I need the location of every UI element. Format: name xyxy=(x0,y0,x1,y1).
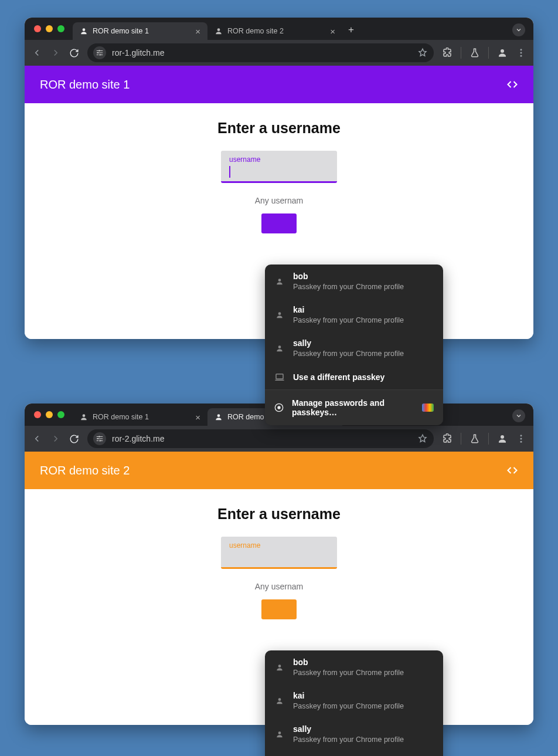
view-source-icon[interactable] xyxy=(506,465,518,476)
passkey-dropdown: bob Passkey from your Chrome profile kai… xyxy=(265,650,443,756)
nav-forward-icon[interactable] xyxy=(50,433,61,444)
tab-title: ROR demo site 1 xyxy=(93,27,189,35)
browser-tab[interactable]: ROR demo site 1 × xyxy=(73,22,207,40)
nav-back-icon[interactable] xyxy=(32,433,42,444)
svg-point-21 xyxy=(520,435,522,436)
bookmark-icon[interactable] xyxy=(417,433,428,444)
use-different-passkey[interactable]: Use a different passkey xyxy=(265,365,443,389)
svg-point-20 xyxy=(501,435,504,439)
nav-refresh-icon[interactable] xyxy=(69,48,79,58)
window-maximize-icon[interactable] xyxy=(57,25,64,32)
window-close-icon[interactable] xyxy=(34,25,41,32)
passkey-subtitle: Passkey from your Chrome profile xyxy=(293,350,404,358)
passkey-username: kai xyxy=(293,691,404,700)
svg-point-25 xyxy=(278,698,281,701)
passkey-item[interactable]: bob Passkey from your Chrome profile xyxy=(265,265,443,298)
next-button[interactable] xyxy=(261,213,297,233)
profile-icon[interactable] xyxy=(497,433,508,444)
app-header: ROR demo site 1 xyxy=(25,66,533,103)
input-label: username xyxy=(229,541,329,550)
svg-point-6 xyxy=(520,49,522,50)
passkey-user-icon xyxy=(274,311,285,319)
passkey-user-icon xyxy=(274,697,285,705)
svg-point-15 xyxy=(83,414,86,417)
toolbar-actions xyxy=(442,47,526,59)
tab-close-icon[interactable]: × xyxy=(329,26,336,36)
nav-forward-icon[interactable] xyxy=(50,48,61,58)
svg-point-26 xyxy=(278,731,281,734)
svg-point-1 xyxy=(217,28,220,31)
browser-window: ROR demo site 1 × ROR demo site 2 × + ro… xyxy=(25,404,533,725)
tab-close-icon[interactable]: × xyxy=(194,412,202,422)
window-minimize-icon[interactable] xyxy=(46,25,53,32)
extensions-icon[interactable] xyxy=(442,48,452,58)
address-bar[interactable]: ror-1.glitch.me xyxy=(87,43,434,62)
username-input[interactable]: username xyxy=(221,151,337,183)
nav-refresh-icon[interactable] xyxy=(69,434,79,444)
bookmark-icon[interactable] xyxy=(417,48,428,58)
svg-point-4 xyxy=(99,54,100,55)
menu-icon[interactable] xyxy=(516,433,526,444)
passkey-username: sally xyxy=(293,724,404,734)
passkey-subtitle: Passkey from your Chrome profile xyxy=(293,702,404,710)
svg-point-16 xyxy=(217,414,220,417)
next-button[interactable] xyxy=(261,599,297,619)
username-input[interactable]: username xyxy=(221,537,337,569)
profile-icon[interactable] xyxy=(497,48,508,58)
view-source-icon[interactable] xyxy=(506,79,518,90)
app-title: ROR demo site 2 xyxy=(40,464,130,477)
helper-text: Any usernam xyxy=(255,582,303,591)
labs-icon[interactable] xyxy=(469,48,480,58)
svg-rect-12 xyxy=(276,374,283,379)
toolbar: ror-1.glitch.me xyxy=(25,40,533,66)
browser-tab[interactable]: ROR demo site 1 × xyxy=(73,408,207,426)
address-bar[interactable]: ror-2.glitch.me xyxy=(87,429,434,448)
new-tab-icon[interactable]: + xyxy=(342,24,360,36)
page-content: Enter a username username Any usernam bo… xyxy=(25,103,533,339)
titlebar: ROR demo site 1 × ROR demo site 2 × + xyxy=(25,18,533,40)
tab-favicon-icon xyxy=(215,413,223,421)
svg-point-11 xyxy=(278,345,281,348)
window-close-icon[interactable] xyxy=(34,411,41,418)
nav-back-icon[interactable] xyxy=(32,48,42,58)
passkey-item[interactable]: kai Passkey from your Chrome profile xyxy=(265,684,443,717)
labs-icon[interactable] xyxy=(469,433,480,444)
window-maximize-icon[interactable] xyxy=(57,411,64,418)
tab-search-icon[interactable] xyxy=(512,23,525,36)
svg-point-8 xyxy=(520,55,522,57)
svg-point-18 xyxy=(97,438,98,439)
use-different-passkey[interactable]: Use a different passkey xyxy=(265,751,443,756)
passkey-username: bob xyxy=(293,657,404,667)
site-settings-icon[interactable] xyxy=(93,46,106,59)
tab-close-icon[interactable]: × xyxy=(194,26,202,36)
svg-point-0 xyxy=(83,28,86,31)
tab-title: ROR demo site 1 xyxy=(93,413,189,421)
window-minimize-icon[interactable] xyxy=(46,411,53,418)
passkey-subtitle: Passkey from your Chrome profile xyxy=(293,669,404,677)
passkey-item[interactable]: kai Passkey from your Chrome profile xyxy=(265,298,443,331)
manage-passwords[interactable]: Manage passwords and passkeys… xyxy=(265,390,443,425)
chrome-icon xyxy=(274,403,284,412)
extensions-icon[interactable] xyxy=(442,433,452,444)
browser-tab[interactable]: ROR demo site 2 × xyxy=(207,22,342,40)
passkey-user-icon xyxy=(274,730,285,738)
passkey-item[interactable]: bob Passkey from your Chrome profile xyxy=(265,650,443,684)
page-content: Enter a username username Any usernam bo… xyxy=(25,489,533,725)
passkey-subtitle: Passkey from your Chrome profile xyxy=(293,283,404,291)
tab-search-icon[interactable] xyxy=(512,409,525,422)
url-text: ror-2.glitch.me xyxy=(112,434,164,443)
menu-icon[interactable] xyxy=(516,48,526,58)
tab-favicon-icon xyxy=(80,413,88,421)
toolbar-actions xyxy=(442,433,526,445)
passkey-subtitle: Passkey from your Chrome profile xyxy=(293,735,404,744)
passkey-subtitle: Passkey from your Chrome profile xyxy=(293,316,404,324)
site-settings-icon[interactable] xyxy=(93,432,106,445)
svg-point-7 xyxy=(520,52,522,54)
svg-point-14 xyxy=(277,406,280,409)
passkey-user-icon xyxy=(274,277,285,286)
passkey-item[interactable]: sally Passkey from your Chrome profile xyxy=(265,331,443,365)
page-title: Enter a username xyxy=(217,506,341,523)
text-caret xyxy=(229,166,230,178)
page-title: Enter a username xyxy=(217,120,341,137)
passkey-item[interactable]: sally Passkey from your Chrome profile xyxy=(265,717,443,751)
